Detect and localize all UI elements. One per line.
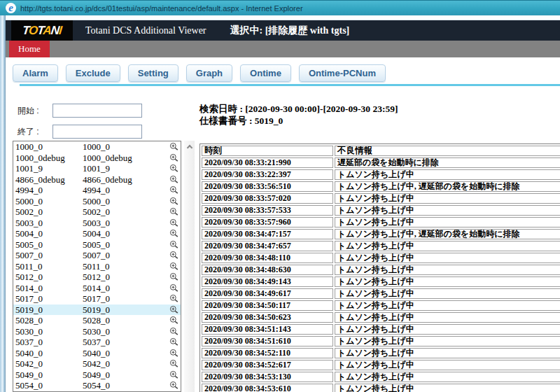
defect-info-cell: トムソン持ち上げ中: [335, 336, 560, 346]
list-item[interactable]: 5030_05030_0: [13, 326, 181, 337]
spec-id: 5012_0: [13, 272, 83, 283]
tab-setting[interactable]: Setting: [128, 64, 178, 82]
end-input[interactable]: [52, 125, 142, 139]
magnifier-zoom-icon[interactable]: [167, 305, 181, 314]
defect-info-cell: 遅延部の袋を始動時に排除: [335, 158, 560, 168]
time-cell: 2020/09/30 08:34:53:130: [202, 372, 333, 382]
list-item[interactable]: 5028_05028_0: [13, 315, 181, 326]
tab-bar: AlarmExcludeSettingGraphOntimeOntime-PCN…: [13, 64, 386, 82]
spec-id: 5054_0: [13, 380, 83, 391]
time-cell: 2020/09/30 08:34:50:117: [202, 300, 333, 311]
defect-info-cell: トムソン持ち上げ中: [335, 348, 560, 358]
list-item[interactable]: 4866_0debug4866_0debug: [13, 174, 181, 186]
spec-id-alias: 5011_0: [83, 261, 167, 272]
spec-id-alias: 5040_0: [83, 348, 167, 359]
spec-id: 5000_0: [13, 196, 83, 207]
column-header: 不良情報: [335, 146, 560, 156]
list-item[interactable]: 5012_05012_0: [13, 272, 181, 283]
log-table-container[interactable]: 時刻不良情報 2020/09/30 08:33:21:990遅延部の袋を始動時に…: [200, 144, 560, 392]
list-item[interactable]: 5037_05037_0: [13, 337, 181, 348]
list-item[interactable]: 1001_91001_9: [13, 163, 181, 174]
nav-bar: Home: [6, 41, 560, 57]
list-scrollbar[interactable]: [184, 141, 195, 392]
spec-id: 1000_0debug: [13, 153, 83, 164]
table-body: 2020/09/30 08:33:21:990遅延部の袋を始動時に排除2020/…: [202, 158, 560, 392]
list-item[interactable]: 5017_05017_0: [13, 293, 181, 304]
start-input[interactable]: [52, 104, 142, 118]
defect-info-cell: トムソン持ち上げ中: [335, 205, 560, 216]
table-row: 2020/09/30 08:34:51:143トムソン持ち上げ中: [202, 324, 560, 335]
defect-info-cell: トムソン持ち上げ中: [335, 372, 560, 382]
tab-ontime[interactable]: Ontime: [240, 64, 291, 82]
tab-graph[interactable]: Graph: [186, 64, 232, 82]
magnifier-zoom-icon[interactable]: [167, 186, 181, 195]
list-item[interactable]: 5040_05040_0: [13, 348, 181, 359]
magnifier-zoom-icon[interactable]: [167, 240, 181, 249]
spec-id-alias: 5000_0: [83, 196, 167, 207]
table-row: 2020/09/30 08:34:53:610トムソン持ち上げ中: [202, 384, 560, 392]
spec-id-alias: 1000_0debug: [83, 153, 167, 164]
magnifier-zoom-icon[interactable]: [167, 164, 181, 173]
list-item[interactable]: 5014_05014_0: [13, 283, 181, 294]
home-button[interactable]: Home: [9, 41, 50, 57]
magnifier-zoom-icon[interactable]: [167, 272, 181, 281]
magnifier-zoom-icon[interactable]: [167, 175, 181, 184]
magnifier-zoom-icon[interactable]: [167, 207, 181, 216]
spec-listbox[interactable]: 1000_01000_01000_0debug1000_0debug1001_9…: [13, 141, 181, 392]
time-cell: 2020/09/30 08:33:57:960: [202, 217, 333, 227]
spec-id-alias: 5007_0: [83, 250, 167, 261]
magnifier-zoom-icon[interactable]: [167, 327, 181, 336]
magnifier-zoom-icon[interactable]: [167, 316, 181, 325]
tab-underline: [20, 84, 560, 86]
time-cell: 2020/09/30 08:33:56:510: [202, 181, 333, 192]
magnifier-zoom-icon[interactable]: [167, 284, 181, 293]
time-cell: 2020/09/30 08:34:51:610: [202, 336, 333, 346]
list-item[interactable]: 5049_05049_0: [13, 370, 181, 381]
time-cell: 2020/09/30 08:34:49:143: [202, 276, 333, 287]
table-row: 2020/09/30 08:34:50:623トムソン持ち上げ中: [202, 312, 560, 323]
magnifier-zoom-icon[interactable]: [167, 153, 181, 162]
tab-exclude[interactable]: Exclude: [66, 64, 120, 82]
magnifier-zoom-icon[interactable]: [167, 197, 181, 206]
time-cell: 2020/09/30 08:33:21:990: [202, 158, 333, 168]
magnifier-zoom-icon[interactable]: [167, 337, 181, 346]
table-row: 2020/09/30 08:34:50:117トムソン持ち上げ中: [202, 300, 560, 311]
list-item[interactable]: 1000_01000_0: [13, 141, 181, 153]
search-result-header: 検索日時 : [2020-09-30 00:00]-[2020-09-30 23…: [200, 103, 398, 127]
list-item[interactable]: 5054_05054_0: [13, 380, 181, 391]
list-item[interactable]: 5019_05019_0: [13, 304, 181, 316]
list-item[interactable]: 5011_05011_0: [13, 261, 181, 272]
time-cell: 2020/09/30 08:34:47:657: [202, 241, 333, 251]
magnifier-zoom-icon[interactable]: [167, 349, 181, 358]
end-field-row: 終了 :: [18, 125, 142, 139]
tab-ontime-pcnum[interactable]: Ontime-PCNum: [299, 64, 386, 82]
magnifier-zoom-icon[interactable]: [167, 294, 181, 303]
table-row: 2020/09/30 08:33:57:960トムソン持ち上げ中: [202, 217, 560, 227]
magnifier-zoom-icon[interactable]: [167, 359, 181, 368]
defect-info-cell: トムソン持ち上げ中: [335, 265, 560, 275]
magnifier-zoom-icon[interactable]: [167, 262, 181, 271]
list-item[interactable]: 5042_05042_0: [13, 358, 181, 370]
magnifier-zoom-icon[interactable]: [167, 229, 181, 238]
list-item[interactable]: 5002_05002_0: [13, 206, 181, 218]
list-item[interactable]: 5003_05003_0: [13, 218, 181, 229]
start-field-row: 開始 :: [18, 104, 142, 118]
spec-id: 5011_0: [13, 261, 83, 272]
list-item[interactable]: 1000_0debug1000_0debug: [13, 153, 181, 164]
list-item[interactable]: 5005_05005_0: [13, 239, 181, 251]
spec-id: 5002_0: [13, 206, 83, 218]
magnifier-zoom-icon[interactable]: [167, 142, 181, 151]
magnifier-zoom-icon[interactable]: [167, 370, 181, 379]
magnifier-zoom-icon[interactable]: [167, 251, 181, 260]
list-item[interactable]: 4994_04994_0: [13, 185, 181, 196]
list-item[interactable]: 5000_05000_0: [13, 196, 181, 207]
table-row: 2020/09/30 08:34:49:143トムソン持ち上げ中: [202, 276, 560, 287]
list-item[interactable]: 5004_05004_0: [13, 228, 181, 239]
table-row: 2020/09/30 08:34:52:617トムソン持ち上げ中: [202, 360, 560, 370]
tab-alarm[interactable]: Alarm: [13, 64, 58, 82]
magnifier-zoom-icon[interactable]: [167, 381, 181, 390]
list-item[interactable]: 5007_05007_0: [13, 250, 181, 261]
browser-titlebar[interactable]: e http://tgts.totani.co.jp/dcs/01testui/…: [0, 0, 560, 15]
table-row: 2020/09/30 08:34:48:630トムソン持ち上げ中: [202, 265, 560, 275]
magnifier-zoom-icon[interactable]: [167, 218, 181, 227]
